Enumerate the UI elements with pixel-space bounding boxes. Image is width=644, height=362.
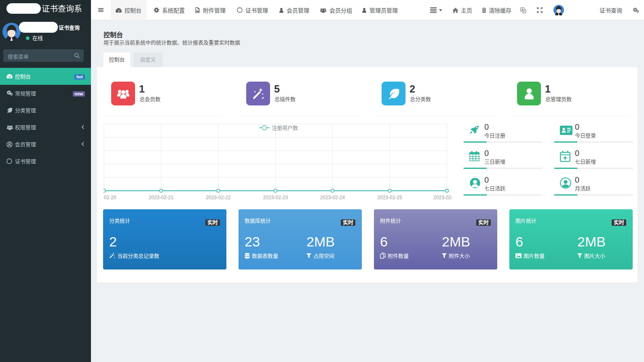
svg-text:2023-02-21: 2023-02-21	[149, 195, 174, 200]
svg-text:注册用户数: 注册用户数	[272, 125, 298, 131]
svg-text:2023-02-22: 2023-02-22	[206, 195, 231, 200]
svg-text:02-20: 02-20	[104, 195, 116, 200]
svg-text:2023-02-: 2023-02-	[433, 195, 453, 200]
svg-text:2023-02-25: 2023-02-25	[377, 195, 402, 200]
svg-text:2023-02-23: 2023-02-23	[263, 195, 288, 200]
svg-text:2023-02-24: 2023-02-24	[320, 195, 345, 200]
